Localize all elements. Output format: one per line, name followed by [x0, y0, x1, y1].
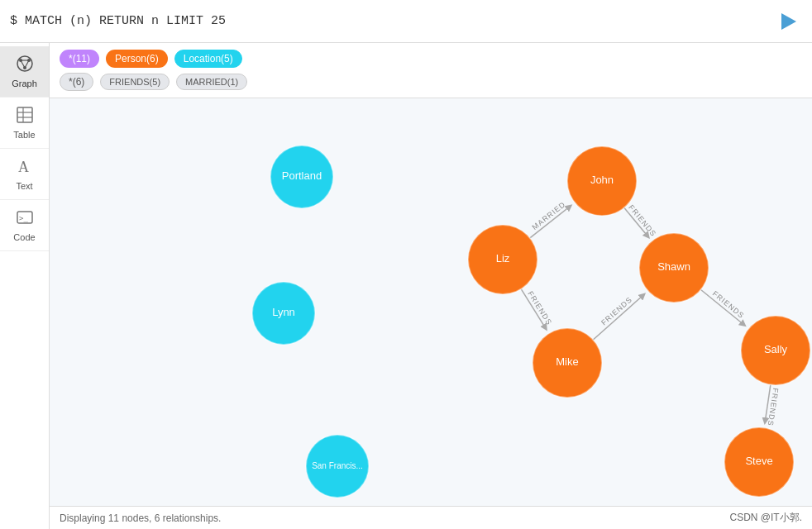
- svg-text:A: A: [18, 159, 29, 175]
- svg-text:Liz: Liz: [496, 252, 510, 264]
- svg-text:Portland: Portland: [282, 169, 322, 182]
- node-portland[interactable]: Portland: [270, 145, 333, 208]
- rel-filter-row: *(6) FRIENDS(5) MARRIED(1): [60, 73, 802, 91]
- filter-bar: *(11) Person(6) Location(5) *(6) FRIENDS…: [50, 43, 812, 98]
- svg-text:Sally: Sally: [764, 343, 788, 355]
- badge-married[interactable]: MARRIED(1): [176, 74, 247, 90]
- badge-all-nodes[interactable]: *(11): [60, 50, 99, 68]
- sidebar-text-label: Text: [16, 181, 32, 191]
- sidebar: Graph Table A Text >_ Code: [0, 43, 50, 529]
- main-layout: Graph Table A Text >_ Code *(11) Pers: [0, 43, 812, 529]
- status-left: Displaying 11 nodes, 6 relationships.: [60, 512, 221, 524]
- sidebar-code-label: Code: [13, 232, 35, 242]
- badge-location[interactable]: Location(5): [174, 50, 242, 68]
- svg-text:Shawn: Shawn: [657, 260, 690, 273]
- node-shawn[interactable]: Shawn: [639, 233, 709, 303]
- query-text: $ MATCH (n) RETURN n LIMIT 25: [10, 14, 776, 28]
- sidebar-graph-label: Graph: [12, 79, 37, 88]
- node-filter-row: *(11) Person(6) Location(5): [60, 50, 802, 68]
- sidebar-item-code[interactable]: >_ Code: [0, 200, 49, 251]
- svg-text:John: John: [590, 174, 614, 186]
- node-mike[interactable]: Mike: [533, 328, 602, 398]
- node-san-francisco[interactable]: San Francis...: [306, 435, 369, 498]
- svg-text:San Francis...: San Francis...: [312, 461, 363, 470]
- svg-text:FRIENDS: FRIENDS: [627, 203, 657, 238]
- node-steve[interactable]: Steve: [724, 427, 794, 497]
- svg-line-26: [593, 295, 642, 340]
- badge-friends[interactable]: FRIENDS(5): [100, 74, 170, 90]
- status-right: CSDN @IT小郭.: [729, 511, 802, 525]
- run-button[interactable]: [776, 8, 802, 35]
- svg-text:FRIENDS: FRIENDS: [711, 289, 746, 320]
- badge-person[interactable]: Person(6): [106, 50, 168, 68]
- node-liz[interactable]: Liz: [468, 225, 537, 294]
- svg-text:MARRIED: MARRIED: [531, 200, 567, 231]
- node-sally[interactable]: Sally: [741, 316, 810, 385]
- graph-svg: MARRIEDFRIENDSFRIENDSFRIENDSFRIENDSFRIEN…: [50, 98, 812, 506]
- top-bar: $ MATCH (n) RETURN n LIMIT 25: [0, 0, 812, 43]
- run-icon: [781, 13, 796, 30]
- status-bar: Displaying 11 nodes, 6 relationships. CS…: [50, 506, 812, 529]
- graph-area: MARRIEDFRIENDSFRIENDSFRIENDSFRIENDSFRIEN…: [50, 98, 812, 506]
- sidebar-item-graph[interactable]: Graph: [0, 46, 49, 98]
- node-lynn[interactable]: Lynn: [252, 282, 315, 345]
- content-area: *(11) Person(6) Location(5) *(6) FRIENDS…: [50, 43, 812, 529]
- sidebar-item-text[interactable]: A Text: [0, 149, 49, 200]
- badge-all-rels[interactable]: *(6): [60, 73, 93, 91]
- code-icon: >_: [16, 208, 34, 229]
- sidebar-table-label: Table: [13, 130, 35, 140]
- svg-line-6: [25, 60, 29, 68]
- svg-text:Lynn: Lynn: [272, 306, 295, 318]
- sidebar-item-table[interactable]: Table: [0, 98, 49, 149]
- svg-text:FRIENDS: FRIENDS: [526, 289, 553, 326]
- svg-text:FRIENDS: FRIENDS: [599, 295, 633, 326]
- svg-line-5: [21, 60, 25, 68]
- graph-icon: [16, 55, 34, 75]
- svg-text:Mike: Mike: [556, 355, 578, 368]
- node-john[interactable]: John: [567, 146, 637, 216]
- svg-text:Steve: Steve: [745, 455, 772, 467]
- table-icon: [16, 106, 34, 126]
- text-icon: A: [16, 157, 34, 178]
- svg-rect-7: [17, 107, 32, 122]
- svg-text:>_: >_: [19, 214, 28, 222]
- svg-text:FRIENDS: FRIENDS: [767, 388, 781, 427]
